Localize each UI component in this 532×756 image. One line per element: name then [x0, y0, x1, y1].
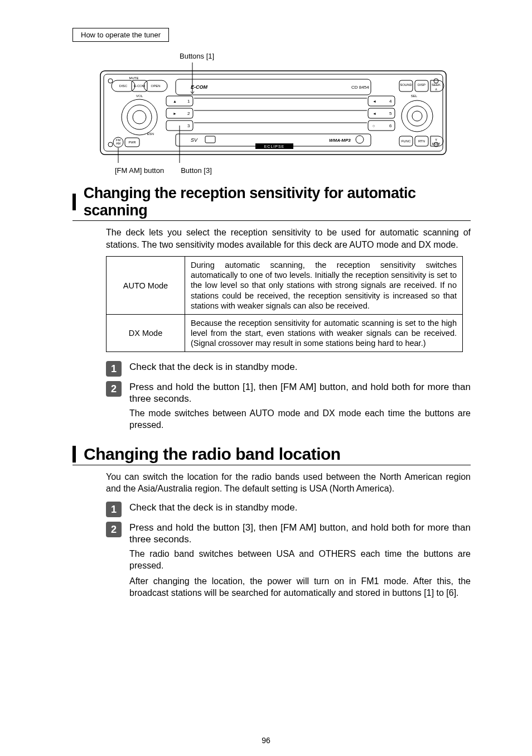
section-heading-band-location: Changing the radio band location: [72, 445, 471, 465]
svg-text:○: ○: [373, 124, 375, 128]
step-note: After changing the location, the power w…: [129, 575, 471, 599]
svg-text:►: ►: [173, 112, 177, 115]
svg-text:OPEN: OPEN: [151, 84, 160, 88]
table-row: AUTO Mode During automatic scanning, the…: [107, 257, 463, 315]
step-note: The mode switches between AUTO mode and …: [129, 407, 471, 431]
svg-text:FUNC: FUNC: [402, 139, 411, 143]
svg-text:RTN: RTN: [418, 139, 425, 143]
step: 2 Press and hold the button [3], then [F…: [106, 521, 471, 603]
mode-desc-auto: During automatic scanning, the reception…: [185, 257, 463, 315]
device-figure: Buttons [1] MUTE DISC E-COM OPEN: [95, 52, 471, 175]
svg-point-17: [133, 110, 146, 124]
step-number-badge: 2: [106, 381, 122, 397]
step-text: Press and hold the button [1], then [FM …: [129, 381, 471, 405]
breadcrumb: How to operate the tuner: [72, 28, 169, 42]
svg-point-7: [108, 142, 113, 147]
device-illustration: MUTE DISC E-COM OPEN VOL ESN FM AM PWR: [95, 62, 452, 163]
step-number-badge: 2: [106, 522, 122, 537]
annotation-buttons-1: Buttons [1]: [180, 52, 471, 60]
section1-intro: The deck lets you select the reception s…: [106, 227, 471, 251]
svg-text:E-COM: E-COM: [191, 84, 208, 90]
step-note: The radio band switches between USA and …: [129, 548, 471, 572]
svg-text:◄: ◄: [373, 99, 376, 103]
svg-text:ESN: ESN: [147, 132, 154, 136]
step: 1 Check that the deck is in standby mode…: [106, 500, 471, 517]
svg-point-5: [108, 79, 113, 83]
svg-text:MUTE: MUTE: [129, 76, 139, 80]
svg-text:∧: ∧: [435, 88, 437, 91]
svg-point-51: [356, 136, 364, 143]
step: 1 Check that the deck is in standby mode…: [106, 360, 471, 377]
svg-text:WMA·MP3: WMA·MP3: [329, 138, 351, 143]
svg-text:SOUND: SOUND: [400, 83, 412, 86]
section1-steps: 1 Check that the deck is in standby mode…: [106, 360, 471, 435]
svg-text:∨: ∨: [435, 138, 437, 141]
step: 2 Press and hold the button [1], then [F…: [106, 380, 471, 435]
page: How to operate the tuner Buttons [1] MUT…: [0, 0, 532, 756]
svg-text:SV: SV: [191, 137, 198, 143]
svg-point-16: [127, 105, 152, 129]
svg-text:ECLIPSE: ECLIPSE: [264, 145, 285, 148]
svg-text:1: 1: [187, 99, 190, 104]
step-text: Check that the deck is in standby mode.: [129, 502, 471, 513]
mode-name-dx: DX Mode: [107, 314, 185, 351]
svg-text:AM: AM: [116, 142, 121, 145]
heading-bar: [72, 446, 76, 463]
svg-text:DISP: DISP: [418, 83, 425, 86]
svg-text:4: 4: [389, 99, 392, 104]
section2-steps: 1 Check that the deck is in standby mode…: [106, 500, 471, 603]
step-text: Press and hold the button [3], then [FM …: [129, 522, 471, 546]
svg-text:DISC: DISC: [119, 84, 128, 88]
svg-text:SEEK: SEEK: [432, 83, 441, 86]
section-heading-sensitivity: Changing the reception sensitivity for a…: [72, 185, 471, 221]
svg-point-6: [434, 79, 438, 83]
svg-text:E-COM: E-COM: [134, 84, 145, 88]
heading-bar: [72, 194, 76, 210]
section2-intro: You can switch the location for the radi…: [106, 471, 471, 495]
svg-text:SEL: SEL: [411, 94, 418, 98]
svg-text:PWR: PWR: [129, 141, 136, 144]
page-number: 96: [0, 736, 532, 745]
svg-rect-3: [100, 71, 446, 155]
annotation-button-3: Button [3]: [181, 166, 212, 175]
svg-point-62: [407, 106, 427, 126]
svg-text:FAST: FAST: [432, 142, 440, 146]
svg-text:6: 6: [389, 123, 392, 128]
table-row: DX Mode Because the reception sensitivit…: [107, 314, 463, 351]
svg-text:◄: ◄: [373, 112, 376, 115]
svg-text:▲: ▲: [173, 99, 177, 103]
svg-point-63: [412, 111, 422, 121]
svg-text:3: 3: [187, 123, 190, 128]
step-text: Check that the deck is in standby mode.: [129, 361, 471, 373]
annotation-fm-am-button: [FM AM] button: [115, 166, 164, 175]
heading-text: Changing the radio band location: [84, 445, 341, 464]
svg-text:CD 8454: CD 8454: [351, 85, 369, 90]
sensitivity-mode-table: AUTO Mode During automatic scanning, the…: [106, 256, 463, 352]
svg-text:2: 2: [187, 111, 190, 116]
heading-text: Changing the reception sensitivity for a…: [84, 185, 471, 219]
svg-point-61: [402, 100, 433, 132]
step-number-badge: 1: [106, 361, 122, 377]
svg-text:5: 5: [389, 111, 392, 116]
svg-text:VOL: VOL: [136, 94, 143, 98]
mode-desc-dx: Because the reception sensitivity for au…: [185, 314, 463, 351]
step-number-badge: 1: [106, 502, 122, 517]
mode-name-auto: AUTO Mode: [107, 257, 185, 315]
svg-rect-49: [205, 136, 215, 143]
